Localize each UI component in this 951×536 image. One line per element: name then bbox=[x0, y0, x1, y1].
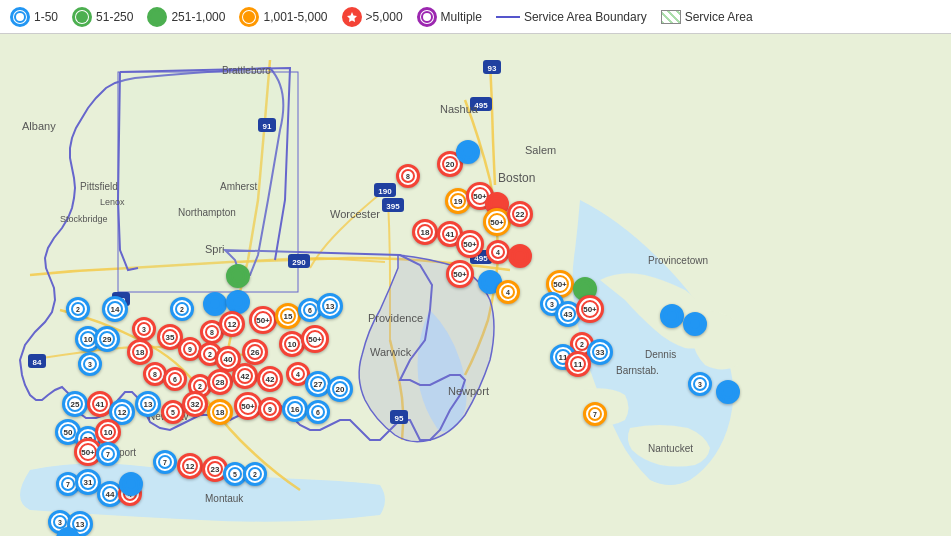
svg-text:290: 290 bbox=[292, 258, 306, 267]
svg-text:Nashua: Nashua bbox=[440, 103, 479, 115]
legend-label-multiple: Multiple bbox=[441, 10, 482, 24]
legend-item-5000plus: >5,000 bbox=[342, 7, 403, 27]
map-marker[interactable]: 3 bbox=[132, 317, 156, 341]
svg-text:Provincetown: Provincetown bbox=[648, 255, 708, 266]
map-container: 91 90 495 495 93 395 290 190 84 bbox=[0, 0, 951, 536]
map-marker[interactable]: 8 bbox=[396, 164, 420, 188]
map-marker[interactable]: 50+ bbox=[301, 325, 329, 353]
svg-text:Newport: Newport bbox=[448, 385, 489, 397]
svg-text:Stockbridge: Stockbridge bbox=[60, 214, 108, 224]
map-marker[interactable]: 25 bbox=[62, 391, 88, 417]
svg-text:Boston: Boston bbox=[498, 171, 535, 185]
legend: 1-50 51-250 251-1,000 1,001-5,000 >5,000 bbox=[0, 0, 951, 34]
svg-rect-1 bbox=[118, 72, 298, 292]
map-marker[interactable] bbox=[119, 472, 143, 496]
legend-item-51-250: 51-250 bbox=[72, 7, 133, 27]
map-marker[interactable] bbox=[508, 244, 532, 268]
map-marker[interactable]: 20 bbox=[327, 376, 353, 402]
map-marker[interactable]: 12 bbox=[177, 453, 203, 479]
legend-item-251-1000: 251-1,000 bbox=[147, 7, 225, 27]
svg-text:Northampton: Northampton bbox=[178, 207, 236, 218]
legend-label-1-50: 1-50 bbox=[34, 10, 58, 24]
svg-text:Pittsfield: Pittsfield bbox=[80, 181, 118, 192]
map-marker[interactable]: 13 bbox=[317, 293, 343, 319]
map-marker[interactable] bbox=[660, 304, 684, 328]
map-marker[interactable] bbox=[683, 312, 707, 336]
map-marker[interactable]: 50+ bbox=[576, 295, 604, 323]
svg-text:Providence: Providence bbox=[368, 312, 423, 324]
svg-text:95: 95 bbox=[395, 414, 404, 423]
map-marker[interactable]: 32 bbox=[182, 391, 208, 417]
svg-text:Montauk: Montauk bbox=[205, 493, 244, 504]
map-marker[interactable]: 13 bbox=[135, 391, 161, 417]
svg-text:93: 93 bbox=[488, 64, 497, 73]
map-marker[interactable]: 7 bbox=[583, 402, 607, 426]
map-marker[interactable]: 6 bbox=[163, 367, 187, 391]
map-marker[interactable]: 3 bbox=[78, 352, 102, 376]
map-marker[interactable]: 11 bbox=[565, 351, 591, 377]
svg-text:Nantucket: Nantucket bbox=[648, 443, 693, 454]
svg-text:Dennis: Dennis bbox=[645, 349, 676, 360]
svg-marker-45 bbox=[347, 12, 357, 22]
service-boundary-line bbox=[496, 16, 520, 18]
legend-item-multiple: Multiple bbox=[417, 7, 482, 27]
map-marker[interactable]: 50+ bbox=[446, 260, 474, 288]
svg-text:Brattleboro: Brattleboro bbox=[222, 65, 271, 76]
svg-text:Amherst: Amherst bbox=[220, 181, 257, 192]
map-marker[interactable]: 29 bbox=[94, 326, 120, 352]
map-marker[interactable] bbox=[456, 140, 480, 164]
map-marker[interactable] bbox=[716, 380, 740, 404]
legend-item-service-area: Service Area bbox=[661, 10, 753, 24]
legend-label-5000plus: >5,000 bbox=[366, 10, 403, 24]
map-marker[interactable]: 2 bbox=[66, 297, 90, 321]
svg-text:Worcester: Worcester bbox=[330, 208, 380, 220]
legend-item-1001-5000: 1,001-5,000 bbox=[239, 7, 327, 27]
map-marker[interactable]: 50+ bbox=[249, 306, 277, 334]
legend-label-51-250: 51-250 bbox=[96, 10, 133, 24]
map-marker[interactable]: 22 bbox=[507, 201, 533, 227]
svg-text:Barnstab.: Barnstab. bbox=[616, 365, 659, 376]
map-marker[interactable]: 2 bbox=[243, 462, 267, 486]
svg-text:395: 395 bbox=[386, 202, 400, 211]
map-marker[interactable] bbox=[56, 527, 80, 536]
legend-label-1001-5000: 1,001-5,000 bbox=[263, 10, 327, 24]
map-marker[interactable]: 12 bbox=[219, 311, 245, 337]
map-marker[interactable]: 18 bbox=[207, 399, 233, 425]
svg-text:84: 84 bbox=[33, 358, 42, 367]
map-marker[interactable]: 3 bbox=[688, 372, 712, 396]
map-marker[interactable]: 16 bbox=[282, 396, 308, 422]
map-marker[interactable]: 4 bbox=[496, 280, 520, 304]
service-area-box bbox=[661, 10, 681, 24]
svg-text:Spri: Spri bbox=[205, 243, 225, 255]
map-marker[interactable]: 50+ bbox=[456, 230, 484, 258]
legend-label-service-boundary: Service Area Boundary bbox=[524, 10, 647, 24]
map-marker[interactable]: 4 bbox=[486, 240, 510, 264]
map-background: 91 90 495 495 93 395 290 190 84 bbox=[0, 0, 951, 536]
svg-text:Albany: Albany bbox=[22, 120, 56, 132]
svg-text:Salem: Salem bbox=[525, 144, 556, 156]
map-marker[interactable]: 28 bbox=[207, 369, 233, 395]
map-marker[interactable]: 14 bbox=[102, 296, 128, 322]
map-marker[interactable]: 7 bbox=[153, 450, 177, 474]
map-marker[interactable]: 42 bbox=[232, 363, 258, 389]
svg-text:Warwick: Warwick bbox=[370, 346, 412, 358]
legend-item-service-boundary: Service Area Boundary bbox=[496, 10, 647, 24]
map-marker[interactable]: 18 bbox=[412, 219, 438, 245]
svg-text:190: 190 bbox=[378, 187, 392, 196]
svg-text:Lenox: Lenox bbox=[100, 197, 125, 207]
map-marker[interactable]: 7 bbox=[96, 442, 120, 466]
legend-label-251-1000: 251-1,000 bbox=[171, 10, 225, 24]
legend-label-service-area: Service Area bbox=[685, 10, 753, 24]
map-marker[interactable]: 6 bbox=[306, 400, 330, 424]
map-marker[interactable]: 9 bbox=[258, 397, 282, 421]
map-marker[interactable] bbox=[226, 264, 250, 288]
map-marker[interactable]: 2 bbox=[170, 297, 194, 321]
map-marker[interactable]: 26 bbox=[242, 339, 268, 365]
svg-text:91: 91 bbox=[263, 122, 272, 131]
legend-item-1-50: 1-50 bbox=[10, 7, 58, 27]
map-marker[interactable]: 42 bbox=[257, 366, 283, 392]
